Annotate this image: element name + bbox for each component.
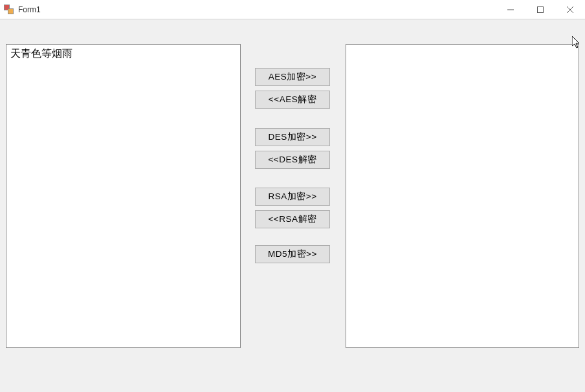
- aes-decrypt-button[interactable]: <<AES解密: [255, 91, 330, 109]
- close-icon: [567, 6, 573, 13]
- app-icon: [4, 5, 14, 15]
- maximize-icon: [537, 6, 544, 13]
- titlebar: Form1: [0, 0, 585, 19]
- svg-rect-1: [538, 6, 544, 12]
- close-button[interactable]: [555, 0, 585, 19]
- window-controls: [496, 0, 585, 19]
- aes-encrypt-button[interactable]: AES加密>>: [255, 68, 330, 86]
- rsa-decrypt-button[interactable]: <<RSA解密: [255, 210, 330, 228]
- plaintext-textbox[interactable]: [6, 44, 241, 348]
- md5-encrypt-button[interactable]: MD5加密>>: [255, 245, 330, 263]
- des-decrypt-button[interactable]: <<DES解密: [255, 151, 330, 169]
- ciphertext-textbox[interactable]: [346, 44, 579, 348]
- des-encrypt-button[interactable]: DES加密>>: [255, 128, 330, 146]
- client-area: AES加密>> <<AES解密 DES加密>> <<DES解密 RSA加密>> …: [0, 19, 585, 392]
- minimize-button[interactable]: [496, 0, 525, 19]
- maximize-button[interactable]: [525, 0, 555, 19]
- minimize-icon: [507, 6, 514, 13]
- window-title: Form1: [18, 5, 496, 14]
- rsa-encrypt-button[interactable]: RSA加密>>: [255, 188, 330, 206]
